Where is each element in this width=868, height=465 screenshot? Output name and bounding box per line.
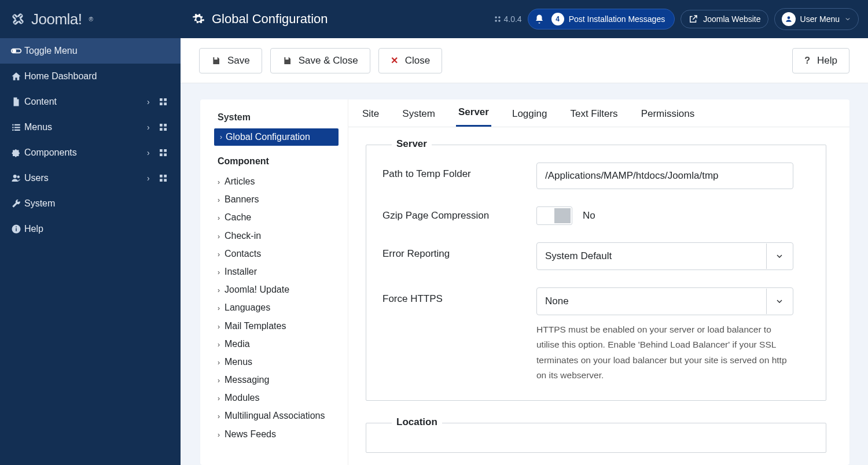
- sidebar-item-help[interactable]: Help: [0, 216, 181, 242]
- save-button[interactable]: Save: [199, 48, 262, 73]
- bell-icon: [534, 14, 545, 24]
- tree-component-menus[interactable]: ›Menus: [218, 353, 339, 371]
- tab-permissions[interactable]: Permissions: [639, 101, 697, 127]
- help-button[interactable]: ? Help: [792, 48, 849, 73]
- page-title: Global Configuration: [212, 12, 328, 27]
- brand-text: Joomla!: [31, 10, 82, 28]
- chevron-right-icon: ›: [220, 133, 222, 141]
- svg-point-3: [498, 20, 501, 22]
- brand-area: Joomla!®: [0, 0, 181, 38]
- input-tmp-path[interactable]: [536, 163, 793, 189]
- chevron-right-icon: ›: [147, 148, 159, 157]
- label-error-reporting: Error Reporting: [382, 242, 536, 260]
- svg-point-2: [495, 20, 497, 22]
- post-install-messages-button[interactable]: 4 Post Installation Messages: [528, 9, 675, 29]
- chevron-down-icon: [844, 16, 851, 23]
- svg-rect-21: [160, 149, 163, 152]
- user-menu-button[interactable]: User Menu: [774, 8, 859, 30]
- dashboard-icon[interactable]: [159, 174, 172, 183]
- svg-rect-10: [164, 102, 167, 105]
- svg-rect-7: [160, 98, 163, 101]
- tab-logging[interactable]: Logging: [510, 101, 550, 127]
- toggle-gzip-value: No: [583, 210, 595, 222]
- svg-rect-24: [164, 153, 167, 156]
- tree-component-modules[interactable]: ›Modules: [218, 389, 339, 407]
- dashboard-icon[interactable]: [159, 148, 172, 157]
- tree-component-multilingual-associations[interactable]: ›Multilingual Associations: [218, 407, 339, 425]
- sidebar-item-home[interactable]: Home Dashboard: [0, 64, 181, 89]
- sidebar-item-menus[interactable]: Menus ›: [0, 115, 181, 140]
- page-title-area: Global Configuration: [181, 12, 494, 27]
- svg-rect-23: [160, 153, 163, 156]
- chevron-right-icon: ›: [218, 268, 220, 276]
- file-icon: [8, 97, 24, 107]
- tree-global-configuration[interactable]: › Global Configuration: [214, 128, 339, 146]
- tab-text-filters[interactable]: Text Filters: [568, 101, 620, 127]
- dashboard-icon[interactable]: [159, 97, 172, 106]
- fieldset-server: Server Path to Temp Folder Gzip Page Com…: [366, 145, 826, 401]
- tree-component-messaging[interactable]: ›Messaging: [218, 371, 339, 389]
- svg-rect-16: [14, 130, 20, 131]
- info-icon: [8, 224, 24, 234]
- joomla-logo[interactable]: Joomla!®: [10, 10, 93, 28]
- sidebar-item-users[interactable]: Users ›: [0, 165, 181, 191]
- svg-point-6: [13, 50, 16, 53]
- tree-component-articles[interactable]: ›Articles: [218, 172, 339, 190]
- svg-point-26: [17, 176, 20, 179]
- svg-point-25: [13, 175, 17, 178]
- svg-rect-30: [164, 179, 167, 182]
- chevron-right-icon: ›: [218, 196, 220, 204]
- tree-component-languages[interactable]: ›Languages: [218, 298, 339, 316]
- tree-component-contacts[interactable]: ›Contacts: [218, 245, 339, 263]
- chevron-down-icon: [766, 289, 792, 314]
- version-badge: 4.0.4: [494, 14, 522, 24]
- chevron-right-icon: ›: [218, 359, 220, 367]
- legend-location: Location: [392, 416, 442, 428]
- svg-rect-32: [16, 228, 17, 231]
- tab-system[interactable]: System: [400, 101, 437, 127]
- svg-point-4: [787, 16, 790, 19]
- chevron-right-icon: ›: [147, 97, 159, 106]
- tree-component-header: Component: [218, 156, 339, 167]
- tree-component-news-feeds[interactable]: ›News Feeds: [218, 425, 339, 443]
- sidebar-item-components[interactable]: Components ›: [0, 140, 181, 165]
- chevron-right-icon: ›: [218, 377, 220, 385]
- toggle-gzip[interactable]: [536, 206, 572, 225]
- chevron-right-icon: ›: [218, 250, 220, 259]
- svg-rect-33: [16, 227, 17, 228]
- joomla-icon: [10, 12, 25, 27]
- dashboard-icon[interactable]: [159, 123, 172, 132]
- tab-server[interactable]: Server: [456, 99, 491, 127]
- tree-component-check-in[interactable]: ›Check-in: [218, 227, 339, 245]
- svg-rect-11: [12, 124, 13, 126]
- sidebar: Toggle Menu Home Dashboard Content › Men…: [0, 38, 181, 465]
- sidebar-toggle[interactable]: Toggle Menu: [0, 38, 181, 64]
- close-button[interactable]: ✕ Close: [378, 48, 442, 73]
- tree-component-joomla-update[interactable]: ›Joomla! Update: [218, 281, 339, 298]
- save-close-button[interactable]: Save & Close: [270, 48, 370, 73]
- chevron-right-icon: ›: [218, 286, 220, 294]
- joomla-website-button[interactable]: Joomla Website: [681, 10, 768, 28]
- chevron-right-icon: ›: [218, 304, 220, 312]
- sidebar-item-content[interactable]: Content ›: [0, 89, 181, 115]
- tabs: SiteSystemServerLoggingText FiltersPermi…: [348, 99, 849, 127]
- chevron-right-icon: ›: [218, 178, 220, 186]
- tree-component-mail-templates[interactable]: ›Mail Templates: [218, 317, 339, 335]
- tree-component-installer[interactable]: ›Installer: [218, 263, 339, 281]
- sidebar-item-system[interactable]: System: [0, 191, 181, 216]
- select-force-https[interactable]: None: [536, 287, 793, 315]
- select-error-reporting[interactable]: System Default: [536, 242, 793, 270]
- chevron-right-icon: ›: [218, 341, 220, 349]
- gear-icon: [192, 13, 205, 25]
- svg-rect-18: [164, 124, 167, 127]
- list-icon: [8, 122, 24, 132]
- tree-component-banners[interactable]: ›Banners: [218, 190, 339, 208]
- svg-rect-12: [14, 124, 20, 126]
- chevron-right-icon: ›: [218, 431, 220, 439]
- tree-component-media[interactable]: ›Media: [218, 335, 339, 353]
- tree-component-cache[interactable]: ›Cache: [218, 208, 339, 226]
- save-icon: [211, 56, 220, 65]
- svg-rect-14: [14, 127, 20, 128]
- chevron-down-icon: [766, 243, 792, 269]
- tab-site[interactable]: Site: [360, 101, 381, 127]
